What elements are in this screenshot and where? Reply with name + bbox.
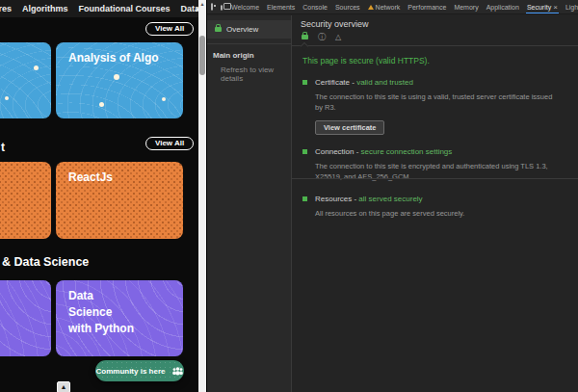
info-icon[interactable]: ⓘ	[318, 32, 326, 42]
security-status-heading: This page is secure (valid HTTPS).	[302, 56, 578, 65]
certificate-link[interactable]: valid and trusted	[356, 78, 413, 87]
connection-link[interactable]: secure connection settings	[361, 147, 453, 156]
security-item-connection: Connection - secure connection settings …	[302, 147, 578, 183]
security-item-resources: Resources - all served securely All reso…	[302, 195, 578, 219]
course-card-reactjs[interactable]: ReactJs	[56, 162, 183, 239]
item-description: The connection to this site is using a v…	[315, 91, 558, 114]
item-label: Resources - all served securely	[315, 195, 578, 203]
lock-icon	[215, 27, 222, 32]
sidebar-group-main-origin: Main origin	[207, 44, 291, 60]
tab-network[interactable]: Network	[367, 0, 402, 14]
security-overview-panel: Security overview ⓘ △ This page is secur…	[292, 15, 578, 392]
view-all-button-development[interactable]: View All	[145, 137, 194, 150]
section-heading-development: t	[1, 141, 5, 154]
course-card-partial-orange[interactable]	[0, 162, 51, 239]
pattern-dot	[34, 65, 39, 70]
scrollbar-up-icon[interactable]: ▲	[198, 1, 206, 8]
network-warning-icon	[368, 5, 374, 10]
status-bullet	[302, 149, 307, 154]
item-label: Connection - secure connection settings	[315, 147, 578, 156]
tab-sources[interactable]: Sources	[334, 0, 361, 14]
card-title: ReactJs	[68, 170, 113, 186]
warning-icon[interactable]: △	[335, 33, 341, 41]
security-item-certificate: Certificate - valid and trusted The conn…	[302, 78, 578, 135]
card-title: Data Science with Python	[68, 288, 134, 337]
course-card-partial-blue[interactable]	[0, 42, 51, 118]
course-card-partial-purple[interactable]	[0, 280, 51, 356]
view-all-button-algorithms[interactable]: View All	[145, 22, 194, 36]
card-title: Analysis of Algo	[68, 50, 159, 66]
secure-lock-icon[interactable]	[302, 35, 308, 39]
tab-application[interactable]: Application	[486, 0, 520, 14]
security-status-icons: ⓘ △	[292, 29, 578, 46]
device-toolbar-icon[interactable]	[221, 5, 223, 11]
community-toast-label: Community is here	[95, 367, 165, 376]
sidebar-item-label: Overview	[226, 25, 258, 34]
scroll-to-top-button[interactable]: ▲	[57, 381, 70, 392]
browser-viewport: ures Algorithms Foundational Courses Dat…	[0, 0, 206, 392]
panel-title: Security overview	[292, 15, 578, 29]
section-heading-data-science: & Data Science	[2, 255, 89, 269]
sidebar-refresh-hint[interactable]: Refresh to view details	[207, 60, 291, 83]
status-bullet	[302, 196, 307, 201]
inspect-icon[interactable]	[211, 3, 213, 11]
pattern-dot	[162, 97, 166, 101]
tab-welcome[interactable]: Welcome	[230, 0, 260, 14]
tab-elements[interactable]: Elements	[266, 0, 296, 14]
nav-item-algorithms[interactable]: Algorithms	[22, 4, 68, 13]
browser-scrollbar[interactable]: ▲	[198, 0, 206, 392]
pattern-dot	[99, 102, 104, 107]
nav-item-structures[interactable]: ures	[0, 4, 12, 13]
security-sidebar: Overview Main origin Refresh to view det…	[207, 15, 292, 392]
status-bullet	[302, 80, 307, 85]
community-toast[interactable]: Community is here	[95, 360, 184, 381]
tab-console[interactable]: Console	[302, 0, 328, 14]
scrollbar-thumb[interactable]	[199, 36, 205, 75]
sidebar-item-overview[interactable]: Overview	[207, 20, 291, 39]
tab-lighthouse[interactable]: Lighthouse	[565, 0, 578, 14]
view-certificate-button[interactable]: View certificate	[315, 120, 384, 135]
people-icon	[171, 367, 184, 376]
course-card-analysis-of-algo[interactable]: Analysis of Algo	[56, 42, 183, 118]
devtools-tabbar: Welcome Elements Console Sources Network…	[207, 0, 578, 14]
item-description: All resources on this page are served se…	[315, 208, 558, 219]
pattern-dot	[5, 96, 9, 100]
tab-close-icon[interactable]: ×	[553, 3, 558, 12]
course-card-data-science-python[interactable]: Data Science with Python	[56, 280, 183, 356]
tab-memory[interactable]: Memory	[453, 0, 479, 14]
tab-security[interactable]: Security×	[526, 0, 559, 14]
screen: ures Algorithms Foundational Courses Dat…	[0, 0, 578, 392]
tab-performance[interactable]: Performance	[407, 0, 447, 14]
pattern-dot	[114, 74, 119, 80]
item-label: Certificate - valid and trusted	[315, 78, 578, 87]
nav-item-foundational-courses[interactable]: Foundational Courses	[79, 4, 171, 13]
panel-divider	[292, 178, 578, 179]
site-nav: ures Algorithms Foundational Courses Dat…	[0, 0, 198, 17]
resources-link[interactable]: all served securely	[358, 195, 422, 203]
devtools-panel: Welcome Elements Console Sources Network…	[207, 0, 578, 392]
